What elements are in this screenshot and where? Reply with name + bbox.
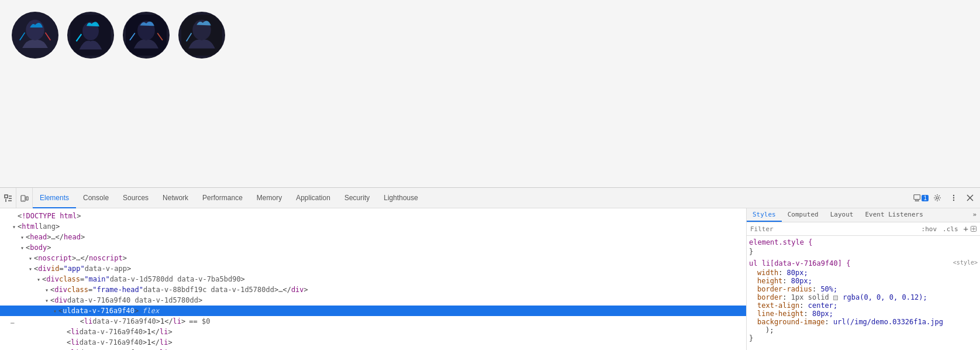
- dom-line[interactable]: <div class="frame-head" data-v-88bdf19c …: [0, 284, 746, 295]
- styles-filter-input[interactable]: [750, 225, 917, 233]
- dom-line[interactable]: <noscript> … </noscript>: [0, 253, 746, 263]
- triangle-icon[interactable]: [11, 224, 18, 230]
- dom-line[interactable]: <li data-v-716a9f40 > 1 </li>: [0, 327, 746, 337]
- styles-panel: Styles Computed Layout Event Listeners »…: [746, 208, 980, 350]
- tab-elements[interactable]: Elements: [33, 188, 76, 208]
- svg-point-1: [26, 20, 44, 40]
- avatar-3: [123, 12, 170, 59]
- tab-network[interactable]: Network: [156, 188, 195, 208]
- avatar-4: [178, 12, 225, 59]
- triangle-icon[interactable]: [35, 276, 42, 283]
- avatar-1: [12, 12, 58, 59]
- styles-tab-styles[interactable]: Styles: [747, 208, 782, 222]
- tab-sources[interactable]: Sources: [116, 188, 156, 208]
- svg-point-27: [953, 195, 954, 196]
- style-source[interactable]: <style>: [953, 259, 978, 269]
- dom-panel[interactable]: <!DOCTYPE html> <html lang > <head> … </…: [0, 208, 746, 350]
- devtools-panel: Elements Console Sources Network Perform…: [0, 187, 980, 350]
- styles-tab-layout[interactable]: Layout: [824, 208, 860, 222]
- style-rule-ul-li: ul li[data-v-716a9f40] { <style> width: …: [749, 259, 978, 342]
- styles-tab-event-listeners[interactable]: Event Listeners: [859, 208, 929, 222]
- style-property: background-image: url(/img/demo.03326f1a…: [757, 318, 978, 326]
- style-property: border-radius: 50%;: [757, 285, 978, 293]
- style-property: border: 1px solid rgba(0, 0, 0, 0.12);: [757, 293, 978, 301]
- triangle-icon[interactable]: [51, 308, 58, 314]
- cls-button[interactable]: .cls: [941, 225, 960, 234]
- devtools-content: <!DOCTYPE html> <html lang > <head> … </…: [0, 208, 980, 350]
- settings-button[interactable]: [930, 190, 945, 205]
- styles-tabs: Styles Computed Layout Event Listeners »: [747, 208, 980, 222]
- color-swatch[interactable]: [833, 296, 838, 300]
- close-button[interactable]: [962, 190, 978, 205]
- triangle-icon[interactable]: [19, 234, 26, 241]
- style-selector[interactable]: element.style {: [749, 238, 978, 246]
- dom-line[interactable]: <html lang >: [0, 221, 746, 232]
- page-area: [0, 0, 980, 187]
- svg-rect-14: [5, 195, 8, 198]
- style-body: width: 80px; height: 80px; border-radius…: [749, 269, 978, 334]
- tab-security[interactable]: Security: [337, 188, 377, 208]
- styles-filter-bar: :hov .cls +: [747, 222, 980, 236]
- toolbar-right: 1: [913, 188, 980, 208]
- dom-line[interactable]: <!DOCTYPE html>: [0, 211, 746, 221]
- dom-line[interactable]: <li data-v-716a9f40 > 1 </li>: [0, 348, 746, 350]
- styles-tab-computed[interactable]: Computed: [782, 208, 824, 222]
- style-property: width: 80px;: [757, 269, 978, 277]
- notification-count: 1: [922, 195, 929, 201]
- style-selector[interactable]: ul li[data-v-716a9f40] {: [749, 259, 850, 267]
- dom-line[interactable]: <li data-v-716a9f40 > 1 </li>: [0, 337, 746, 348]
- add-style-button[interactable]: +: [964, 224, 968, 234]
- devtools-tabs: Elements Console Sources Network Perform…: [33, 188, 913, 208]
- svg-point-26: [936, 197, 938, 199]
- device-toggle-button[interactable]: [16, 188, 33, 208]
- tab-console[interactable]: Console: [76, 188, 116, 208]
- tab-memory[interactable]: Memory: [250, 188, 289, 208]
- svg-rect-22: [914, 195, 920, 200]
- hov-button[interactable]: :hov: [920, 225, 939, 234]
- devtools-toolbar: Elements Console Sources Network Perform…: [0, 188, 980, 208]
- triangle-icon[interactable]: [43, 297, 50, 304]
- new-style-rule-icon[interactable]: [971, 226, 976, 232]
- dom-line[interactable]: <div id="app" data-v-app >: [0, 263, 746, 274]
- svg-point-28: [953, 197, 954, 198]
- style-property: text-align: center;: [757, 301, 978, 310]
- triangle-icon[interactable]: [19, 245, 26, 251]
- triangle-icon[interactable]: [27, 255, 34, 262]
- avatar-2: [67, 12, 114, 59]
- more-button[interactable]: [946, 190, 961, 205]
- tab-lighthouse[interactable]: Lighthouse: [377, 188, 425, 208]
- styles-content: element.style { } ul li[data-v-716a9f40]…: [747, 236, 980, 350]
- style-rule-element: element.style { }: [749, 238, 978, 256]
- triangle-icon[interactable]: [27, 266, 34, 272]
- dom-line[interactable]: <body>: [0, 242, 746, 253]
- svg-point-21: [22, 200, 23, 200]
- tab-application[interactable]: Application: [289, 188, 337, 208]
- dom-line[interactable]: <div class="main" data-v-1d5780dd data-v…: [0, 274, 746, 284]
- tab-performance[interactable]: Performance: [195, 188, 250, 208]
- style-property: line-height: 80px;: [757, 310, 978, 318]
- dom-line[interactable]: <head> … </head>: [0, 232, 746, 242]
- dom-line[interactable]: <div data-v-716a9f40 data-v-1d5780dd >: [0, 295, 746, 306]
- svg-point-29: [953, 200, 954, 201]
- notification-button[interactable]: 1: [913, 190, 929, 205]
- style-property: height: 80px;: [757, 277, 978, 285]
- inspect-element-button[interactable]: [0, 188, 16, 208]
- triangle-icon[interactable]: [43, 287, 50, 293]
- dom-line-selected[interactable]: <ul data-v-716a9f40 > flex: [0, 306, 746, 316]
- svg-rect-20: [26, 197, 28, 200]
- styles-more-button[interactable]: »: [969, 208, 980, 222]
- dom-line[interactable]: … <li data-v-716a9f40 > 1 </li> == $0: [0, 316, 746, 327]
